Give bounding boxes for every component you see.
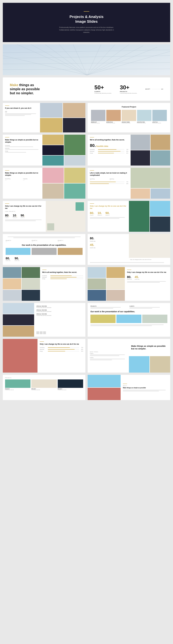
feat-desc-2: Professionally fabricate <box>106 122 121 124</box>
dream-icon <box>5 111 7 112</box>
mt2-stat-2: Capacity 000 <box>23 178 40 180</box>
mt2-stat-val-2: 000 <box>23 180 40 180</box>
row-6: We're all working together, thats the se… <box>3 267 170 301</box>
featured-title: Featured Project <box>91 106 167 108</box>
dec-check-items: SPECIAL FEATURE Professionally fabricate… <box>36 306 83 316</box>
oc5-pf-3 <box>48 351 65 352</box>
prog-bg-1 <box>98 149 124 150</box>
mt2-stat-label-1: Something <box>5 178 22 180</box>
featured-item-1: MINIMALIST Professionally fabricate <box>91 110 105 124</box>
dream-image-grid <box>40 103 85 132</box>
mtf-label-2: Portfolio <box>90 357 127 358</box>
mt2-accent <box>5 170 9 170</box>
mtf-label-1: Projects <box>90 353 127 354</box>
hero-title: Projects & AnalysisImage Slides <box>70 14 103 24</box>
oc4-img-3 <box>88 278 106 290</box>
irl-desc-1: Professionally fabricate <box>5 390 31 390</box>
clients-number: 50+ <box>94 84 111 90</box>
hero-subtitle: Professionally fabricate cross-platform … <box>57 26 116 34</box>
ls-prog-bg-2 <box>90 184 124 184</box>
ow1-img-3 <box>58 248 83 255</box>
mt2-img-balloon <box>42 168 64 183</box>
mt2-img-yellow <box>64 168 85 183</box>
wt-heading: We're all working together, thats the se… <box>90 139 128 141</box>
bike-left: 80. feasible data 45. feasible data <box>88 234 129 261</box>
row-9: PROJECTS PROJECT Professionally fabricat… <box>3 375 170 400</box>
feat-img-2 <box>106 110 121 121</box>
featured-item-3: ORANGE THEME Professionally fabricate <box>122 110 136 124</box>
arch-svg <box>3 44 170 75</box>
oc2-sub-3: Capacity <box>105 215 110 216</box>
irl-img-2 <box>31 380 57 388</box>
ls-left: Life is really simple, but we insist on … <box>88 168 131 199</box>
ls-stat-val-1: 000 <box>90 180 109 180</box>
oc1-sub-3: Capacity <box>21 217 25 218</box>
ow1-big-stat-1: 80. feasible data <box>6 256 11 261</box>
irl-item-3: PROJECT Professionally fabricate <box>58 380 83 390</box>
ow2-img-2 <box>116 315 141 323</box>
ls-img-br <box>150 188 170 199</box>
irl-item-2: PROJECT Professionally fabricate <box>31 380 57 390</box>
mtf-heading-area: Make things as simple as possible but no… <box>129 339 170 356</box>
dream-left: If you can dream it, you can do it <box>3 103 40 132</box>
wt-img-3 <box>131 150 150 166</box>
wt2-grid <box>3 267 40 301</box>
only-change-slide-2: Only i can change my life no one can do … <box>88 201 170 232</box>
ls-prog-bg-1 <box>90 182 124 182</box>
decorative-slide: SPECIAL FEATURE Professionally fabricate… <box>3 303 85 337</box>
slide-footer: SHIFT 122 <box>145 88 163 90</box>
dec-right: SPECIAL FEATURE Professionally fabricate… <box>34 303 85 337</box>
mt2-left: Make things as simple as possible but no… <box>3 168 42 199</box>
oc1-stat-3: 90. Capacity <box>21 214 25 218</box>
img-person1 <box>63 103 85 118</box>
ls-img-bottom <box>131 188 170 199</box>
irl-img-1 <box>5 380 31 388</box>
only-change-bike-slide: 80. feasible data 45. feasible data Only… <box>88 234 170 265</box>
prog-row-3: Design 60% <box>90 152 128 154</box>
ls-prog-1: 75% <box>90 181 128 182</box>
wt2-pf-1 <box>50 276 72 276</box>
mt-label-2: Marketing <box>5 148 40 149</box>
ow1-big-stat-2: 90. feasible data <box>15 256 19 261</box>
make-things-images <box>42 135 85 166</box>
oc1-num-3: 90. <box>21 214 25 217</box>
irl-images: PROJECT Professionally fabricate PROJECT… <box>5 380 83 390</box>
irl-caption-1: PROJECT <box>5 388 31 390</box>
hero-slide: Projects & AnalysisImage Slides Professi… <box>3 3 170 42</box>
oc5-accent <box>40 342 44 342</box>
wt2-img-6 <box>22 290 40 301</box>
oc1-sub-1: clients <box>5 217 10 218</box>
wt2-right: We're all working together, thats the se… <box>40 267 85 301</box>
ls-stat-label-1: Something <box>90 178 109 180</box>
ow2-top-labels: PROJECTS CLIENTS <box>90 306 167 308</box>
oc4-img-6 <box>106 290 125 301</box>
bike-big-sub-2: feasible data <box>90 247 127 248</box>
footer-logo: SHIFT <box>145 88 150 90</box>
oc2-img-3 <box>150 216 170 232</box>
mt2-stat-1: Something 000 <box>5 178 22 180</box>
oc5-pl-2: Marketing <box>40 349 47 350</box>
ow1-big-num-1: 80. <box>6 256 11 260</box>
dec-left-col <box>3 303 34 337</box>
stat-clients: 50+ CLIENTS Professionally fabricate pro… <box>94 84 111 94</box>
oc2-text-lines <box>90 217 127 219</box>
mt2-stat-val-1: 000 <box>5 180 22 180</box>
irr-accent <box>123 384 127 384</box>
image-row-left-slide: PROJECTS PROJECT Professionally fabricat… <box>3 375 85 400</box>
oc5-right: Only i can change my life no one can do … <box>38 339 85 372</box>
only-change-slide-1: Only i can change my life no one can do … <box>3 201 85 232</box>
feat-caption-2: WORKSPACE <box>106 122 121 122</box>
wt2-heading: We're all working together, thats the se… <box>42 271 83 274</box>
wt2-pf-3 <box>50 278 67 279</box>
oc4-num-1: 80. <box>127 275 132 279</box>
img-yellow <box>40 118 63 132</box>
oc4-stat-1: 80. feasible data <box>127 275 132 280</box>
irr-left <box>88 375 121 400</box>
wt-images <box>131 135 170 166</box>
clients-label: CLIENTS <box>94 91 111 92</box>
ow2-label-1: PROJECTS <box>90 306 128 308</box>
ow2-lbl-2: CLIENTS <box>129 306 167 307</box>
ow2-img-3 <box>142 315 167 323</box>
wt2-img-1 <box>3 267 21 278</box>
ls-prog-2: 55% <box>90 183 128 184</box>
